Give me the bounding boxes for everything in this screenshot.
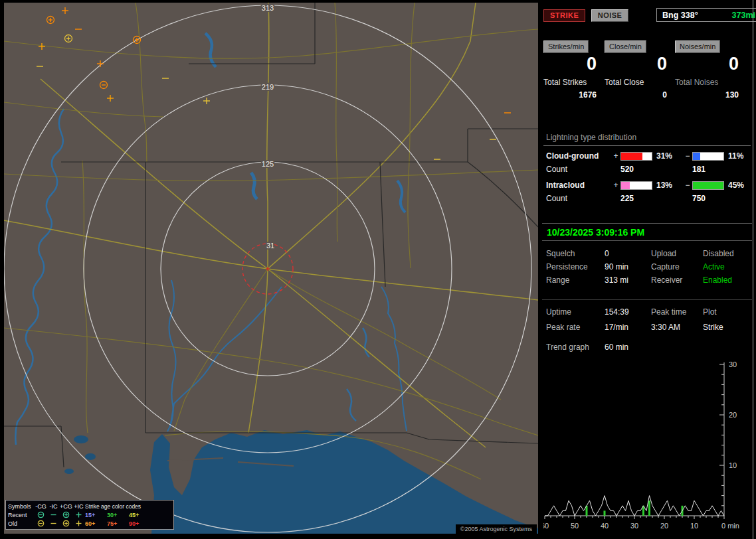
ic-positive-pct: 13% <box>654 181 683 190</box>
uptime-label: Uptime <box>546 308 605 317</box>
minus-sign: − <box>683 181 692 190</box>
svg-text:20: 20 <box>660 522 668 530</box>
ring-label-219: 219 <box>262 83 274 91</box>
ic-positive-count: 225 <box>620 194 654 203</box>
plot-value: Strike <box>703 323 751 332</box>
trend-graph-label: Trend graph <box>546 343 605 352</box>
legend-age-header: Strike age color codes <box>85 503 171 510</box>
noises-per-min-button[interactable]: Noises/min <box>675 40 720 53</box>
legend-symbols-header: Symbols <box>8 503 35 510</box>
cg-positive-bar <box>620 152 652 161</box>
cg-negative-count: 181 <box>692 165 725 174</box>
circle-minus-icon <box>35 520 47 527</box>
trend-graph: 3020106050403020100 min <box>543 358 743 532</box>
ic-positive-bar <box>620 181 652 190</box>
peak-time-label: Peak time <box>651 308 703 317</box>
ring-label-125: 125 <box>262 160 274 168</box>
bearing-display: Bng 338° 373mi <box>656 8 756 22</box>
squelch-value: 0 <box>605 250 651 258</box>
receiver-label: Receiver <box>651 276 703 285</box>
trend-graph-span: 60 min <box>605 343 628 352</box>
minus-icon <box>47 520 60 527</box>
svg-text:10: 10 <box>729 461 737 469</box>
svg-text:60: 60 <box>543 522 549 530</box>
cg-negative-bar-fill <box>693 153 700 160</box>
upload-label: Upload <box>651 250 703 258</box>
status-section: Uptime 154:39 Peak time Plot Peak rate 1… <box>546 308 751 332</box>
cloud-ground-label: Cloud-ground <box>543 151 611 161</box>
counter-noises: Noises/min 0 Total Noises 130 <box>675 40 744 100</box>
ic-negative-count: 750 <box>692 194 725 203</box>
range-value: 313 mi <box>605 276 651 285</box>
intracloud-row: Intracloud + 13% − 45% <box>543 181 751 190</box>
app-window: 313 219 125 31 Symbols -CG -IC +CG +IC S… <box>0 0 756 539</box>
cg-positive-count: 520 <box>620 165 654 174</box>
persistence-value: 90 min <box>605 263 651 271</box>
map-svg: 313 219 125 31 <box>4 3 538 534</box>
capture-label: Capture <box>651 263 703 271</box>
legend-col-pos-cg: +CG <box>60 503 72 510</box>
trend-graph-row: Trend graph 60 min <box>546 343 628 352</box>
squelch-label: Squelch <box>546 250 605 258</box>
count-label: Count <box>543 165 611 174</box>
range-label: Range <box>546 276 605 285</box>
legend-col-neg-ic: -IC <box>47 503 60 510</box>
ic-negative-bar <box>692 181 724 190</box>
strikes-per-min-button[interactable]: Strikes/min <box>543 40 589 53</box>
circle-minus-icon <box>35 511 47 518</box>
legend-col-pos-ic: +IC <box>72 503 85 510</box>
svg-text:10: 10 <box>690 522 698 530</box>
legend-old-label: Old <box>8 520 35 527</box>
window-edge-line <box>753 0 753 539</box>
cloud-ground-count-row: Count 520 181 <box>543 165 751 174</box>
mode-buttons: STRIKE NOISE <box>543 9 628 22</box>
age-90: 90+ <box>129 520 151 527</box>
noise-button[interactable]: NOISE <box>591 9 629 22</box>
ring-label-31: 31 <box>266 242 274 250</box>
uptime-value: 154:39 <box>605 308 651 317</box>
plus-sign: + <box>611 151 620 161</box>
legend-old-row: Old 60+ 75+ 90+ <box>8 519 171 528</box>
svg-text:20: 20 <box>729 411 737 419</box>
cg-positive-bar-fill <box>621 153 642 160</box>
strike-symbol <box>97 60 104 67</box>
peak-rate-value: 17/min <box>605 323 651 332</box>
total-noises-label: Total Noises <box>675 78 744 87</box>
strike-button[interactable]: STRIKE <box>543 9 585 22</box>
map-area[interactable]: 313 219 125 31 Symbols -CG -IC +CG +IC S… <box>4 3 538 534</box>
age-60: 60+ <box>85 520 107 527</box>
bearing-distance: 373mi <box>732 11 755 20</box>
counter-close: Close/min 0 Total Close 0 <box>605 40 672 100</box>
ring-label-313: 313 <box>262 4 274 12</box>
counter-strikes: Strikes/min 0 Total Strikes 1676 <box>543 40 602 100</box>
count-label: Count <box>543 194 611 203</box>
settings-section: Squelch 0 Upload Disabled Persistence 90… <box>546 250 751 285</box>
strike-symbol <box>100 82 108 89</box>
minus-icon <box>47 511 60 518</box>
close-per-min-value: 0 <box>605 54 672 74</box>
legend-header-row: Symbols -CG -IC +CG +IC Strike age color… <box>8 502 171 510</box>
strike-symbol <box>47 17 54 24</box>
cg-negative-bar <box>692 152 724 161</box>
noises-per-min-value: 0 <box>675 54 744 74</box>
svg-text:50: 50 <box>571 522 579 530</box>
ic-negative-bar-fill <box>693 182 723 189</box>
strike-symbol <box>203 98 210 104</box>
side-panel: STRIKE NOISE Bng 338° 373mi Strikes/min … <box>542 0 752 539</box>
svg-text:30: 30 <box>729 360 737 368</box>
age-30: 30+ <box>107 512 129 518</box>
distribution-title: Lightning type distribution <box>543 131 751 146</box>
legend-recent-label: Recent <box>8 512 35 518</box>
strike-symbol <box>39 43 45 50</box>
total-strikes-label: Total Strikes <box>543 78 602 87</box>
legend-col-neg-cg: -CG <box>35 503 47 510</box>
strike-symbol <box>62 7 68 14</box>
cloud-ground-row: Cloud-ground + 31% − 11% <box>543 151 751 161</box>
circle-plus-icon <box>60 520 72 527</box>
section-divider <box>542 299 752 300</box>
total-close-value: 0 <box>605 90 672 100</box>
minus-sign: − <box>683 151 692 161</box>
map-legend: Symbols -CG -IC +CG +IC Strike age color… <box>5 500 174 530</box>
close-per-min-button[interactable]: Close/min <box>605 40 646 53</box>
capture-status: Active <box>703 263 751 271</box>
